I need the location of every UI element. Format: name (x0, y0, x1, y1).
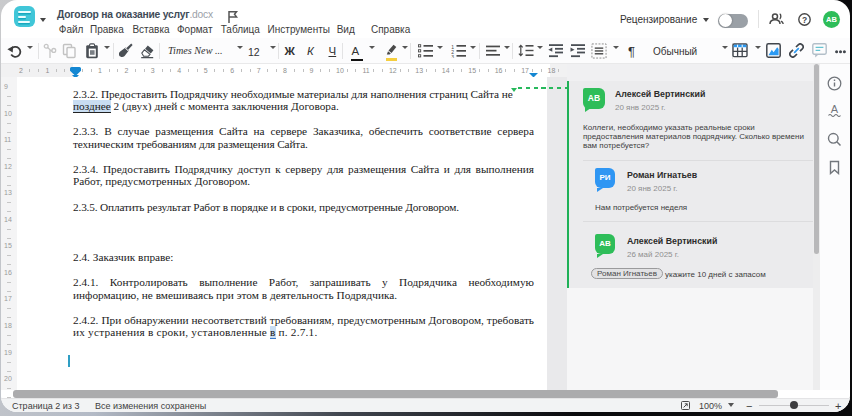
svg-text:3: 3 (451, 54, 454, 59)
svg-text:?: ? (801, 14, 806, 24)
svg-text:А: А (831, 103, 839, 115)
